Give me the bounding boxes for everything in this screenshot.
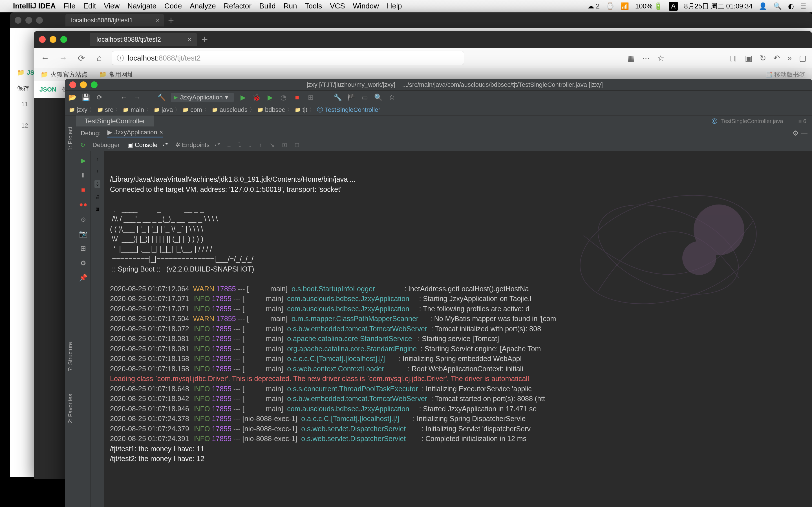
menu-refactor[interactable]: Refactor [224, 2, 252, 10]
watch-icon[interactable]: ⊟ [294, 142, 299, 149]
filetab-right[interactable]: TestSingleController.java [721, 118, 783, 124]
sync-icon[interactable]: ↻ [760, 54, 766, 63]
crumb-bdbsec[interactable]: bdbsec [257, 106, 285, 114]
menu-tools[interactable]: Tools [305, 2, 322, 10]
tab-endpoints[interactable]: ✲ Endpoints →* [175, 142, 220, 149]
crumb-com[interactable]: com [183, 106, 202, 114]
console-output[interactable]: /Library/Java/JavaVirtualMachines/jdk1.8… [104, 151, 812, 507]
search-icon[interactable]: 🔍 [374, 94, 383, 101]
sidebar-icon[interactable]: ▣ [745, 54, 752, 63]
run-to-cursor-icon[interactable]: ↘ [269, 142, 274, 149]
run-icon[interactable]: ▶ [239, 94, 247, 101]
camera-icon[interactable]: 📷 [79, 230, 87, 238]
browser2-tab[interactable]: localhost:8088/tjt/test2× [90, 33, 197, 46]
file-tab[interactable]: TestSingleController [76, 115, 154, 127]
settings-icon[interactable]: ⚙ [80, 259, 86, 267]
info-icon[interactable]: i [117, 55, 124, 61]
wechat-icon[interactable]: ☁ 2 [587, 2, 599, 10]
forward-icon[interactable]: → [57, 53, 69, 63]
stop-icon[interactable]: ■ [293, 94, 301, 101]
evaluate-icon[interactable]: ⊞ [282, 142, 287, 149]
menu-navigate[interactable]: Navigate [128, 2, 156, 10]
traffic-lights[interactable] [15, 17, 43, 24]
browser1-tab[interactable]: localhost:8088/tjt/test1× [65, 14, 164, 26]
traffic-lights[interactable] [39, 36, 67, 43]
new-tab-icon[interactable]: + [201, 33, 208, 46]
sync-icon[interactable]: ⟳ [95, 94, 104, 101]
soft-wrap-icon[interactable]: ⇩ [94, 180, 100, 188]
debug-icon[interactable]: 🐞 [252, 94, 261, 101]
battery-icon[interactable]: 100% 🔋 [635, 2, 663, 10]
close-icon[interactable]: × [156, 16, 160, 24]
layout-icon[interactable]: ▭ [361, 94, 369, 101]
stop-icon[interactable]: ■ [81, 186, 86, 194]
menu-view[interactable]: View [104, 2, 119, 10]
layout-icon[interactable]: ⊞ [80, 244, 86, 252]
star-icon[interactable]: ☆ [657, 54, 664, 63]
app-name[interactable]: IntelliJ IDEA [13, 2, 56, 10]
crumb-file[interactable]: Ⓒ TestSingleController [317, 106, 380, 114]
menu-run[interactable]: Run [284, 2, 297, 10]
library-icon[interactable]: ⫿⫿ [730, 54, 738, 63]
menu-vcs[interactable]: VCS [330, 2, 345, 10]
up-icon[interactable]: ↑ [96, 157, 99, 162]
step-into-icon[interactable]: ↓ [249, 142, 252, 149]
menu-code[interactable]: Code [164, 2, 182, 10]
coverage-icon[interactable]: ▶̣ [266, 94, 274, 101]
favorites-tool[interactable]: 2: Favorites [65, 383, 76, 434]
spotlight-icon[interactable]: 🔍 [773, 2, 782, 10]
debug-tab-app[interactable]: ▶ JzxyApplication × [107, 129, 163, 137]
crumb-main[interactable]: main [123, 106, 144, 114]
menu-build[interactable]: Build [259, 2, 276, 10]
structure-tool[interactable]: 7: Structure [65, 331, 76, 382]
down-icon[interactable]: ↓ [96, 168, 99, 173]
clear-icon[interactable]: 🗑 [95, 207, 100, 212]
close-icon[interactable]: × [188, 35, 192, 44]
siri-icon[interactable]: ◐ [788, 2, 794, 10]
home-icon[interactable]: ⌂ [94, 53, 105, 63]
rerun-icon[interactable]: ↻ [80, 142, 85, 149]
menu-icon[interactable]: ☰ [800, 2, 806, 10]
attach-icon[interactable]: ⊞ [306, 94, 315, 101]
menu-help[interactable]: Help [387, 2, 402, 10]
flag-icon[interactable]: 🏴 [347, 94, 356, 101]
structure-icon[interactable]: ⎙ [388, 94, 396, 101]
open-icon[interactable]: 📂 [68, 94, 77, 101]
resume-icon[interactable]: ▶ [81, 157, 86, 165]
overflow-icon[interactable]: » [787, 54, 792, 63]
menu-window[interactable]: Window [353, 2, 379, 10]
traffic-lights[interactable] [69, 81, 98, 88]
bookmark-1[interactable]: 📁 火狐官方站点 [41, 70, 88, 79]
profile-icon[interactable]: ◔ [280, 94, 288, 101]
menu-analyze[interactable]: Analyze [190, 2, 216, 10]
tab-debugger[interactable]: Debugger [93, 142, 120, 149]
menu-edit[interactable]: Edit [84, 2, 96, 10]
pin-icon[interactable]: 📌 [79, 274, 87, 282]
breakpoints-icon[interactable]: ●● [79, 201, 87, 209]
crumb-java[interactable]: java [154, 106, 173, 114]
pause-icon[interactable]: ⏸ [80, 171, 87, 179]
back-icon[interactable]: ← [40, 53, 51, 63]
wrench-icon[interactable]: 🔧 [334, 94, 342, 101]
crumb-src[interactable]: src [97, 106, 113, 114]
tab-console[interactable]: ▣ Console →* [127, 142, 168, 149]
gear-icon[interactable]: ⚙ — [793, 129, 808, 137]
run-config-selector[interactable]: JzxyApplication ▾ [171, 93, 234, 102]
crumb-ausclouds[interactable]: ausclouds [212, 106, 248, 114]
step-out-icon[interactable]: ↑ [259, 142, 262, 149]
scroll-end-icon[interactable]: 🖨 [95, 194, 100, 200]
input-method-icon[interactable]: A [669, 2, 678, 11]
undo-icon[interactable]: ↶ [773, 54, 780, 63]
bluetooth-icon[interactable]: ⌚ [606, 2, 614, 10]
user-icon[interactable]: 👤 [759, 2, 767, 10]
save-label[interactable]: 保存 [17, 84, 29, 93]
qr-icon[interactable]: ▦ [627, 54, 635, 63]
more-icon[interactable]: ⋯ [642, 54, 650, 63]
crumb-tjt[interactable]: tjt [295, 106, 307, 114]
hammer-icon[interactable]: 🔨 [157, 94, 166, 101]
wifi-icon[interactable]: 📶 [620, 2, 629, 10]
new-tab-icon[interactable]: + [168, 14, 174, 26]
reload-icon[interactable]: ⟳ [75, 53, 87, 63]
save-icon[interactable]: 💾 [82, 94, 90, 101]
back-icon[interactable]: ← [119, 94, 128, 101]
